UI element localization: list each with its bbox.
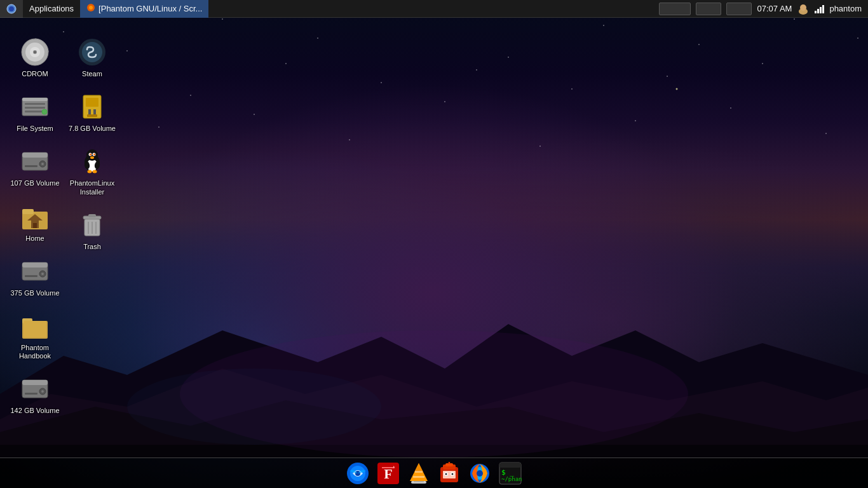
home-folder-icon	[21, 203, 49, 231]
svg-rect-96	[499, 463, 521, 468]
cdrom-icon	[21, 38, 49, 66]
svg-rect-42	[22, 380, 48, 385]
desktop-icon-vol78[interactable]: 7.8 GB Volume	[64, 86, 121, 138]
svg-point-22	[42, 109, 47, 114]
taskbar-thunderbird[interactable]	[344, 459, 372, 487]
trash-icon	[78, 211, 106, 239]
phantomlinux-label: PhantomLinux Installer	[66, 179, 118, 196]
vol375-label: 375 GB Volume	[10, 289, 59, 297]
desktop-icon-cdrom[interactable]: CDROM	[6, 32, 64, 83]
topbar-widget-3	[726, 3, 752, 15]
active-window-tab[interactable]: [Phantom GNU/Linux / Scr...	[80, 0, 208, 18]
taskbar-installer[interactable]	[435, 459, 463, 487]
network-signal	[815, 4, 824, 13]
home-icon-img	[20, 201, 50, 232]
svg-point-60	[90, 156, 94, 159]
terminal-icon: $ _ ~/phantom	[499, 462, 522, 485]
trash-icon-img	[77, 210, 107, 240]
vol375-icon-img	[20, 256, 50, 287]
svg-rect-84	[445, 463, 453, 466]
taskbar-terminal[interactable]: $ _ ~/phantom	[496, 459, 524, 487]
taskbar: F	[0, 458, 868, 488]
filesystem-label: File System	[17, 125, 53, 133]
taskbar-firefox[interactable]	[466, 459, 494, 487]
svg-point-58	[90, 154, 92, 156]
cdrom-label: CDROM	[22, 70, 48, 78]
clock: 07:07 AM	[757, 4, 792, 13]
svg-point-11	[127, 369, 381, 445]
firefox-icon	[468, 462, 491, 485]
vol142-icon-img	[20, 374, 50, 404]
svg-marker-77	[414, 463, 423, 472]
svg-rect-37	[25, 275, 37, 277]
svg-point-26	[41, 163, 44, 165]
svg-rect-29	[22, 209, 34, 214]
svg-rect-79	[414, 481, 424, 482]
desktop-icon-vol107[interactable]: 107 GB Volume	[6, 141, 64, 193]
phantom-handbook-icon-img	[20, 311, 50, 341]
trash-label: Trash	[83, 243, 101, 251]
svg-rect-66	[88, 214, 96, 217]
steam-icon	[78, 38, 106, 66]
svg-point-36	[41, 273, 44, 275]
svg-rect-52	[87, 114, 97, 117]
topbar-widget-2	[696, 3, 721, 15]
desktop-icon-home[interactable]: Home	[6, 196, 64, 248]
svg-rect-19	[25, 103, 45, 105]
desktop-icon-phantomlinux[interactable]: PhantomLinux Installer	[64, 141, 121, 201]
applications-label: Applications	[29, 4, 74, 13]
svg-rect-80	[413, 476, 424, 478]
svg-point-63	[88, 170, 92, 173]
home-label: Home	[25, 234, 44, 243]
linux-icon	[78, 147, 106, 175]
svg-rect-40	[24, 321, 46, 337]
svg-rect-50	[88, 109, 91, 114]
vol107-label: 107 GB Volume	[10, 179, 59, 187]
filezilla-icon: F	[377, 462, 400, 485]
desktop-icon-filesystem[interactable]: File System	[6, 86, 64, 138]
svg-rect-49	[86, 98, 98, 107]
system-icon	[6, 4, 17, 14]
phantom-handbook-label: Phantom Handbook	[9, 344, 61, 360]
topbar-widget-1	[659, 3, 691, 15]
svg-rect-51	[93, 109, 96, 114]
system-icon-item[interactable]	[0, 0, 23, 18]
browser-icon	[86, 3, 95, 14]
cdrom-icon-img	[20, 37, 50, 67]
svg-point-44	[41, 390, 44, 393]
hdd-icon-1	[21, 147, 49, 175]
steam-icon-img	[77, 37, 107, 67]
vol78-icon-img	[77, 92, 107, 122]
usb-hdd-icon	[78, 93, 106, 121]
svg-rect-27	[25, 165, 37, 167]
vol142-label: 142 GB Volume	[10, 407, 59, 415]
svg-point-94	[477, 470, 483, 477]
svg-rect-24	[22, 152, 48, 158]
hdd-icon-3	[21, 375, 49, 403]
user-avatar	[797, 3, 810, 15]
desktop-icon-vol375[interactable]: 375 GB Volume	[6, 251, 64, 302]
vol107-icon-img	[20, 146, 50, 177]
topbar-right: 07:07 AM phantom	[653, 3, 868, 15]
svg-rect-45	[25, 393, 37, 395]
taskbar-filezilla[interactable]: F	[374, 459, 402, 487]
username: phantom	[829, 4, 862, 13]
desktop: Applications [Phantom GNU/Linux / Scr...…	[0, 0, 868, 488]
svg-rect-32	[33, 223, 37, 228]
steam-label: Steam	[82, 70, 102, 78]
window-title: [Phantom GNU/Linux / Scr...	[98, 4, 202, 13]
desktop-icon-phantom-handbook[interactable]: Phantom Handbook	[6, 306, 64, 365]
svg-point-89	[452, 473, 454, 475]
taskbar-vlc[interactable]	[405, 459, 433, 487]
desktop-icon-trash[interactable]: Trash	[64, 205, 121, 256]
svg-point-64	[93, 170, 97, 173]
svg-point-55	[86, 149, 98, 161]
desktop-icon-steam[interactable]: Steam	[64, 32, 121, 83]
svg-rect-34	[22, 262, 48, 268]
desktop-icon-vol142[interactable]: 142 GB Volume	[6, 369, 64, 420]
applications-menu[interactable]: Applications	[23, 0, 80, 18]
vol78-label: 7.8 GB Volume	[69, 125, 116, 133]
vlc-icon	[407, 462, 430, 485]
svg-rect-18	[22, 98, 48, 101]
svg-point-3	[89, 6, 93, 10]
